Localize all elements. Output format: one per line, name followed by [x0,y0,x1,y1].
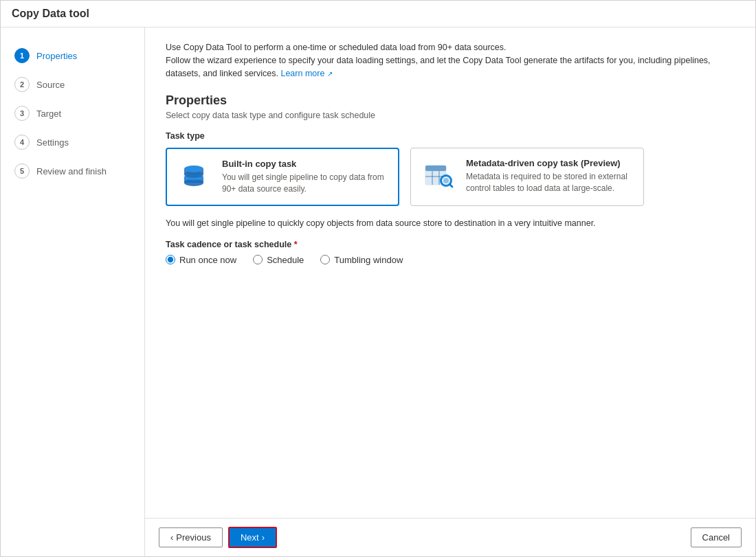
radio-schedule[interactable] [253,255,263,264]
builtin-card-body: Built-in copy task You will get single p… [222,159,387,195]
svg-point-5 [184,166,203,172]
sidebar-label-properties: Properties [36,51,77,61]
radio-tumbling-label: Tumbling window [334,255,403,265]
metadata-card-title: Metadata-driven copy task (Preview) [466,158,632,168]
sidebar-label-review: Review and finish [36,166,107,177]
task-cards-container: Built-in copy task You will get single p… [166,148,735,206]
step-circle-1: 1 [14,48,30,63]
radio-tumbling-window[interactable] [320,255,330,264]
svg-point-14 [443,178,449,183]
radio-option-schedule[interactable]: Schedule [253,255,304,265]
metadata-icon [422,158,456,192]
section-title: Properties [166,93,735,108]
radio-schedule-label: Schedule [267,255,304,265]
schedule-label: Task cadence or task schedule * [166,240,735,249]
builtin-icon [178,159,212,193]
sidebar-item-review[interactable]: 5 Review and finish [1,157,144,185]
task-type-label: Task type [166,131,735,141]
next-chevron-icon: › [262,532,265,543]
radio-group-schedule: Run once now Schedule Tumbling window [166,255,735,265]
metadata-card-desc: Metadata is required to be stored in ext… [466,171,632,194]
step-circle-4: 4 [14,135,30,150]
info-banner: Use Copy Data Tool to perform a one-time… [166,41,735,80]
metadata-card-body: Metadata-driven copy task (Preview) Meta… [466,158,632,194]
step-circle-3: 3 [14,106,30,121]
copy-data-tool-window: Copy Data tool 1 Properties 2 Source 3 T… [0,0,756,557]
sidebar-label-settings: Settings [36,137,69,148]
sidebar-item-settings[interactable]: 4 Settings [1,128,144,157]
radio-option-run-once[interactable]: Run once now [166,255,236,265]
window-title: Copy Data tool [12,8,744,20]
previous-button[interactable]: ‹ Previous [159,527,223,547]
info-line2: Follow the wizard experience to specify … [166,56,711,78]
sidebar-item-source[interactable]: 2 Source [1,70,144,99]
sidebar-item-properties[interactable]: 1 Properties [1,41,144,70]
radio-option-tumbling[interactable]: Tumbling window [320,255,403,265]
sidebar-item-target[interactable]: 3 Target [1,99,144,128]
radio-run-once[interactable] [166,255,175,264]
sidebar-label-source: Source [36,80,65,90]
step-circle-2: 2 [14,77,30,92]
svg-rect-8 [425,166,446,171]
radio-run-once-label: Run once now [179,255,236,265]
svg-point-6 [184,179,203,186]
schedule-section: Task cadence or task schedule * Run once… [166,240,735,265]
main-content: 1 Properties 2 Source 3 Target 4 Setting… [1,27,755,556]
footer: ‹ Previous Next › Cancel [145,518,755,556]
task-card-builtin[interactable]: Built-in copy task You will get single p… [166,148,399,206]
external-link-icon: ↗ [327,70,333,78]
required-star: * [294,240,298,249]
next-button[interactable]: Next › [228,527,277,548]
section-subtitle: Select copy data task type and configure… [166,111,735,120]
info-line1: Use Copy Data Tool to perform a one-time… [166,43,507,52]
title-bar: Copy Data tool [1,1,755,27]
builtin-card-desc: You will get single pipeline to copy dat… [222,172,387,195]
content-area: Use Copy Data Tool to perform a one-time… [145,27,755,556]
sidebar: 1 Properties 2 Source 3 Target 4 Setting… [1,27,145,556]
task-note: You will get single pipeline to quickly … [166,217,735,230]
cancel-button[interactable]: Cancel [691,527,742,547]
sidebar-label-target: Target [36,109,61,119]
previous-chevron-icon: ‹ [170,532,173,543]
svg-line-15 [449,184,452,187]
content-body: Use Copy Data Tool to perform a one-time… [145,27,755,518]
step-circle-5: 5 [14,163,30,179]
task-card-metadata[interactable]: Metadata-driven copy task (Preview) Meta… [410,148,644,206]
learn-more-link[interactable]: Learn more ↗ [280,69,332,78]
builtin-card-title: Built-in copy task [222,159,387,169]
